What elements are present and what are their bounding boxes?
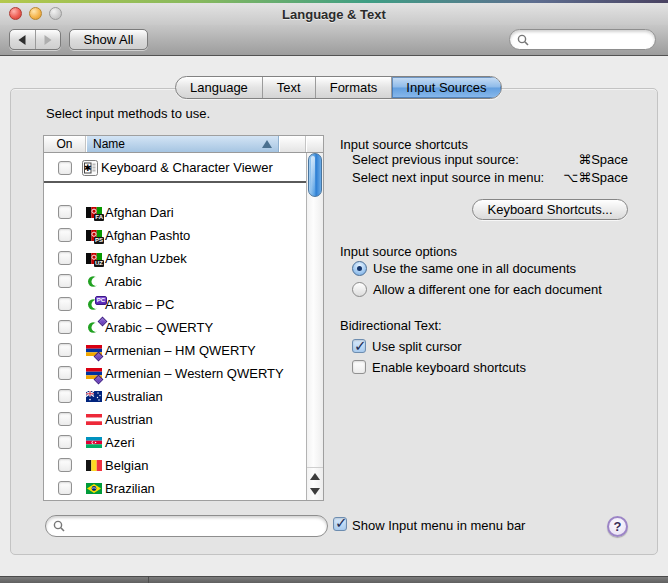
radio-label: Use the same one in all documents	[373, 261, 576, 276]
forward-button[interactable]	[35, 30, 61, 49]
bidi-checkbox[interactable]	[352, 360, 366, 374]
row-checkbox[interactable]	[58, 343, 72, 357]
nav-back-forward	[9, 29, 61, 50]
window-title: Language & Text	[0, 7, 668, 22]
list-item[interactable]: Austrian	[44, 408, 306, 431]
list-item-label: Australian	[105, 385, 163, 408]
shortcut-value: ⌥⌘Space	[563, 170, 628, 185]
shortcut-label: Select next input source in menu:	[352, 170, 544, 185]
list-item[interactable]: Armenian – Western QWERTY	[44, 362, 306, 385]
tab-text[interactable]: Text	[262, 77, 315, 98]
scrollbar-arrows	[307, 467, 323, 500]
radio-button[interactable]	[352, 282, 367, 297]
bidirectional-text-title: Bidirectional Text:	[340, 318, 442, 333]
svg-text:✱: ✱	[84, 163, 92, 173]
table-header: On Name	[44, 136, 323, 153]
row-checkbox[interactable]	[58, 228, 72, 242]
list-filter-search-input[interactable]	[45, 515, 328, 537]
belgium-flag-icon	[86, 460, 102, 471]
row-checkbox[interactable]	[58, 481, 72, 495]
column-header-name[interactable]: Name	[87, 136, 279, 152]
bidi-option[interactable]: Enable keyboard shortcuts	[352, 358, 526, 379]
list-item-label: Afghan Pashto	[105, 224, 190, 247]
list-item-label: Armenian – HM QWERTY	[105, 339, 256, 362]
keyboard-shortcuts-button[interactable]: Keyboard Shortcuts...	[472, 199, 628, 220]
keyboard-character-viewer-checkbox[interactable]	[58, 161, 72, 175]
bidi-group: Use split cursorEnable keyboard shortcut…	[352, 337, 526, 379]
sort-ascending-icon	[262, 140, 272, 148]
list-item[interactable]: Armenian – HM QWERTY	[44, 339, 306, 362]
input-source-options-title: Input source options	[340, 244, 457, 259]
input-source-shortcuts-title: Input source shortcuts	[340, 137, 468, 152]
tab-language[interactable]: Language	[176, 77, 262, 98]
list-item-label: Afghan Uzbek	[105, 247, 187, 270]
australia-flag-icon	[86, 391, 102, 402]
scrollbar-thumb[interactable]	[308, 153, 322, 197]
shortcut-row: Select previous input source:⌘Space	[352, 152, 628, 170]
show-all-button[interactable]: Show All	[69, 29, 148, 50]
column-header-name-label: Name	[93, 137, 125, 151]
list-item-label: Brazilian	[105, 477, 155, 500]
column-header-on[interactable]: On	[44, 136, 86, 152]
bidi-checkbox-label: Enable keyboard shortcuts	[372, 360, 526, 375]
list-item[interactable]: Arabic – QWERTY	[44, 316, 306, 339]
shortcut-label: Select previous input source:	[352, 152, 519, 167]
shortcut-row: Select next input source in menu:⌥⌘Space	[352, 170, 628, 188]
list-item[interactable]: Arabic	[44, 270, 306, 293]
brazil-flag-icon	[86, 483, 102, 494]
armenia-flag-icon	[86, 345, 102, 356]
row-checkbox[interactable]	[58, 205, 72, 219]
row-checkbox[interactable]	[58, 320, 72, 334]
bidi-checkbox[interactable]	[352, 339, 366, 353]
list-item-label: Austrian	[105, 408, 153, 431]
list-item[interactable]: Belgian	[44, 454, 306, 477]
row-checkbox[interactable]	[58, 458, 72, 472]
radio-group: Use the same one in all documentsAllow a…	[352, 259, 602, 301]
list-item-label: Arabic – PC	[105, 293, 174, 316]
list-item-label: Arabic	[105, 270, 142, 293]
list-item[interactable]: PCArabic – PC	[44, 293, 306, 316]
row-checkbox[interactable]	[58, 274, 72, 288]
show-input-menu-checkbox[interactable]	[333, 517, 347, 531]
radio-option[interactable]: Allow a different one for each document	[352, 280, 602, 301]
row-checkbox[interactable]	[58, 366, 72, 380]
list-item-keyboard-character-viewer[interactable]: ✱ Keyboard & Character Viewer	[44, 153, 306, 183]
row-checkbox[interactable]	[58, 412, 72, 426]
crescent-flag-icon	[86, 276, 102, 287]
input-rows: FAAfghan DariPSAfghan PashtoUZAfghan Uzb…	[44, 201, 306, 500]
afghanistan-flag-icon: UZ	[86, 253, 102, 264]
list-item[interactable]: UZAfghan Uzbek	[44, 247, 306, 270]
afghanistan-flag-icon: FA	[86, 207, 102, 218]
austria-flag-icon	[86, 414, 102, 425]
title-bar[interactable]: Language & Text	[0, 3, 668, 25]
back-button[interactable]	[10, 30, 35, 49]
scrollbar-corner	[307, 136, 323, 152]
scroll-up-arrow-icon[interactable]	[310, 473, 320, 480]
list-item[interactable]: PSAfghan Pashto	[44, 224, 306, 247]
list-item[interactable]: Brazilian	[44, 477, 306, 500]
radio-option[interactable]: Use the same one in all documents	[352, 259, 602, 280]
window-bottom-edge	[0, 576, 668, 583]
row-checkbox[interactable]	[58, 435, 72, 449]
list-item[interactable]: Azeri	[44, 431, 306, 454]
row-checkbox[interactable]	[58, 389, 72, 403]
table-scrollbar[interactable]	[306, 153, 323, 500]
tab-formats[interactable]: Formats	[315, 77, 392, 98]
shortcut-rows: Select previous input source:⌘SpaceSelec…	[352, 152, 628, 188]
back-arrow-icon	[19, 35, 26, 45]
toolbar-search-input[interactable]	[509, 29, 656, 50]
radio-button[interactable]	[352, 261, 367, 276]
input-methods-table: On Name ✱ Key	[43, 135, 324, 501]
tab-input-sources[interactable]: Input Sources	[391, 77, 500, 98]
scroll-down-arrow-icon[interactable]	[310, 488, 320, 495]
help-button[interactable]: ?	[607, 516, 628, 537]
row-checkbox[interactable]	[58, 297, 72, 311]
language-and-text-window: Language & Text Show All LanguageTextFor…	[0, 0, 668, 583]
preference-pane-content: LanguageTextFormatsInput Sources Select …	[0, 56, 668, 576]
row-checkbox[interactable]	[58, 251, 72, 265]
bidi-option[interactable]: Use split cursor	[352, 337, 526, 358]
forward-arrow-icon	[44, 35, 51, 45]
list-item[interactable]: FAAfghan Dari	[44, 201, 306, 224]
column-header-filler	[280, 136, 306, 152]
list-item[interactable]: Australian	[44, 385, 306, 408]
